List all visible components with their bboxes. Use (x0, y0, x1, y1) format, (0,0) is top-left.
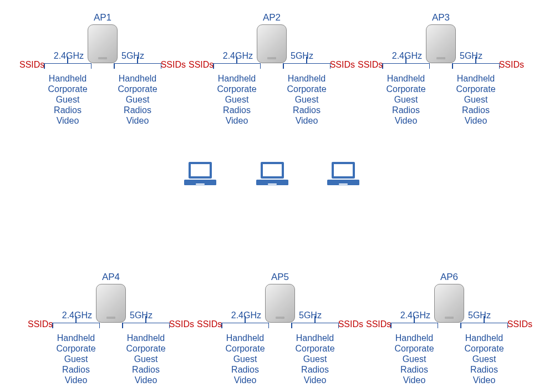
ssid-item: Guest (107, 94, 168, 105)
laptop3-icon (326, 161, 360, 187)
ssid-item: Guest (115, 354, 176, 364)
laptop2-icon (255, 161, 289, 187)
ap-device-icon (265, 284, 295, 323)
ssid-item: Corporate (115, 343, 176, 354)
ssid-item: Video (37, 115, 98, 126)
ap-title: AP3 (358, 12, 524, 23)
ap-title: AP4 (28, 272, 194, 283)
ssid-item: Radios (445, 105, 506, 115)
ssid-list-left: HandheldCorporateGuestRadiosVideo (37, 73, 98, 126)
band-5-label: 5GHz (130, 310, 152, 320)
ssid-item: Guest (37, 94, 98, 105)
band-5-label: 5GHz (299, 310, 322, 320)
ssids-label-right: SSIDs (169, 319, 194, 329)
ap-title: AP6 (366, 272, 532, 283)
bracket-right-icon (114, 63, 161, 72)
ssid-list-right: HandheldCorporateGuestRadiosVideo (454, 333, 515, 385)
ssid-item: Radios (45, 364, 106, 375)
ssid-item: Video (45, 375, 106, 385)
ssid-item: Video (445, 115, 506, 126)
ssid-list-right: HandheldCorporateGuestRadiosVideo (445, 73, 506, 126)
band-24-label: 2.4GHz (392, 51, 422, 61)
band-5-label: 5GHz (291, 51, 313, 61)
ssid-list-left: HandheldCorporateGuestRadiosVideo (45, 333, 106, 385)
ssid-item: Video (206, 115, 267, 126)
bracket-right-icon (283, 63, 331, 72)
ap-body: 2.4GHz 5GHz SSIDs SSIDs HandheldCorporat… (197, 284, 363, 325)
ssid-item: Guest (276, 94, 337, 105)
bracket-left-icon (382, 63, 430, 72)
ssid-item: Corporate (215, 343, 276, 354)
ssid-item: Corporate (454, 343, 515, 354)
ssid-item: Video (215, 375, 276, 385)
ssid-item: Corporate (284, 343, 345, 354)
ssids-label-right: SSIDs (507, 319, 532, 329)
ssids-label-right: SSIDs (338, 319, 363, 329)
ssid-item: Guest (284, 354, 345, 364)
ssid-item: Guest (454, 354, 515, 364)
ssid-item: Radios (454, 364, 515, 375)
band-24-label: 2.4GHz (400, 310, 430, 320)
ssids-label-right: SSIDs (330, 60, 355, 70)
ssid-item: Handheld (115, 333, 176, 343)
svg-rect-9 (334, 164, 353, 176)
ssids-label-left: SSIDs (358, 60, 383, 70)
ssid-list-left: HandheldCorporateGuestRadiosVideo (375, 73, 436, 126)
svg-rect-7 (268, 184, 277, 185)
ap-body: 2.4GHz 5GHz SSIDs SSIDs HandheldCorporat… (366, 284, 532, 325)
ssid-item: Video (115, 375, 176, 385)
ssids-label-right: SSIDs (499, 60, 524, 70)
svg-rect-3 (196, 184, 205, 185)
access-point-ap6: AP6 2.4GHz 5GHz SSIDs SSIDs HandheldCorp… (366, 272, 532, 325)
ssid-item: Radios (107, 105, 168, 115)
ssids-label-left: SSIDs (189, 60, 214, 70)
ssid-list-right: HandheldCorporateGuestRadiosVideo (284, 333, 345, 385)
ssid-item: Handheld (384, 333, 445, 343)
bracket-right-icon (291, 323, 339, 331)
band-5-label: 5GHz (468, 310, 491, 320)
ssid-item: Radios (37, 105, 98, 115)
ssid-item: Radios (115, 364, 176, 375)
ap-body: 2.4GHz 5GHz SSIDs SSIDs HandheldCorporat… (358, 24, 524, 66)
ssid-list-right: HandheldCorporateGuestRadiosVideo (276, 73, 337, 126)
ap-device-icon (88, 24, 118, 63)
ssid-list-left: HandheldCorporateGuestRadiosVideo (215, 333, 276, 385)
bracket-right-icon (452, 63, 500, 72)
ssid-item: Video (284, 375, 345, 385)
access-point-ap4: AP4 2.4GHz 5GHz SSIDs SSIDs HandheldCorp… (28, 272, 194, 325)
ssid-item: Radios (384, 364, 445, 375)
ssid-item: Handheld (107, 73, 168, 84)
ssid-item: Guest (384, 354, 445, 364)
ssid-item: Video (276, 115, 337, 126)
ssid-item: Corporate (107, 84, 168, 94)
ssids-label-left: SSIDs (366, 319, 391, 329)
bracket-right-icon (460, 323, 508, 331)
ssid-item: Handheld (284, 333, 345, 343)
ssids-label-left: SSIDs (28, 319, 53, 329)
ssid-item: Radios (284, 364, 345, 375)
ap-title: AP1 (19, 12, 186, 23)
ssid-list-left: HandheldCorporateGuestRadiosVideo (206, 73, 267, 126)
band-24-label: 2.4GHz (62, 310, 92, 320)
access-point-ap5: AP5 2.4GHz 5GHz SSIDs SSIDs HandheldCorp… (197, 272, 363, 325)
ap-device-icon (257, 24, 287, 63)
bracket-left-icon (44, 63, 92, 72)
ssid-list-right: HandheldCorporateGuestRadiosVideo (107, 73, 168, 126)
ap-body: 2.4GHz 5GHz SSIDs SSIDs HandheldCorporat… (19, 24, 186, 66)
bracket-left-icon (390, 323, 438, 331)
bracket-left-icon (52, 323, 100, 331)
ssid-item: Video (375, 115, 436, 126)
ssids-label-right: SSIDs (161, 60, 186, 70)
ssid-item: Guest (375, 94, 436, 105)
svg-rect-11 (339, 184, 348, 185)
ssid-item: Corporate (37, 84, 98, 94)
ssid-item: Handheld (276, 73, 337, 84)
ssids-label-left: SSIDs (197, 319, 222, 329)
ssid-item: Radios (206, 105, 267, 115)
ap-title: AP2 (189, 12, 355, 23)
ap-body: 2.4GHz 5GHz SSIDs SSIDs HandheldCorporat… (189, 24, 355, 66)
ssid-item: Handheld (215, 333, 276, 343)
bracket-left-icon (221, 323, 269, 331)
ssids-label-left: SSIDs (19, 60, 44, 70)
ssid-item: Corporate (384, 343, 445, 354)
